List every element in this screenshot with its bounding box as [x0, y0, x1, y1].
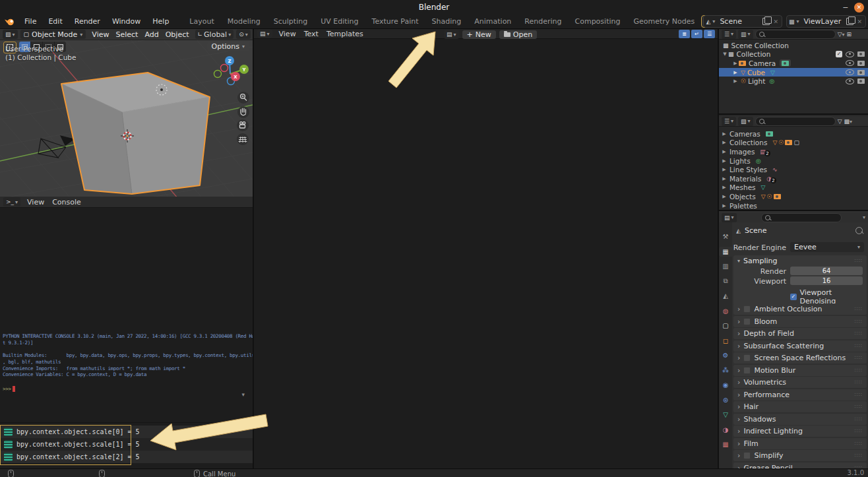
workspace-tab-sculpting[interactable]: Sculpting: [267, 15, 314, 28]
disable-render-icon[interactable]: [857, 51, 865, 57]
console-prompt[interactable]: >>>: [3, 386, 15, 392]
drag-grip-icon[interactable]: ∷∷: [855, 416, 863, 422]
menu-file[interactable]: File: [18, 16, 42, 27]
editor-type-button[interactable]: ☰▾: [722, 117, 736, 126]
scene-selector[interactable]: ◭▾ Scene ✕: [703, 15, 782, 28]
viewport-menu-view[interactable]: View: [88, 30, 112, 39]
camera-object[interactable]: [38, 136, 74, 158]
disclosure-triangle-icon[interactable]: ▶: [719, 149, 729, 154]
physics-properties-tab[interactable]: ◉: [719, 380, 732, 390]
disable-render-icon[interactable]: [857, 70, 865, 75]
viewport-menu-object[interactable]: Object: [162, 30, 193, 39]
drag-grip-icon[interactable]: ∷∷: [855, 441, 863, 447]
editor-type-button[interactable]: >_▾: [3, 197, 20, 207]
disclosure-triangle-icon[interactable]: ▼: [722, 51, 728, 57]
new-scene-icon[interactable]: [762, 18, 770, 25]
blend-file-data[interactable]: ☰▾ ▧▾ ▽ ▩▾ ▶Cameras▶Collections▽☉▢▶Image…: [719, 113, 868, 210]
texture-properties-tab[interactable]: ▦: [719, 439, 732, 449]
word-wrap-toggle[interactable]: ↵: [691, 30, 702, 38]
drag-grip-icon[interactable]: ∷∷: [855, 306, 863, 312]
open-text-button[interactable]: Open: [499, 30, 537, 39]
render-engine-dropdown[interactable]: Eevee ▾: [790, 242, 864, 252]
disable-render-icon[interactable]: [857, 79, 865, 84]
panel-ambient-occlusion[interactable]: ›Ambient Occlusion∷∷: [733, 303, 867, 315]
text-editor[interactable]: ▤▾ ViewTextTemplates ▤▾ +New Open ≣ ↵ ☰: [253, 29, 719, 468]
drag-grip-icon[interactable]: ∷∷: [855, 367, 863, 373]
blend-data-row-meshes[interactable]: ▶Meshes▽: [719, 183, 868, 193]
drag-grip-icon[interactable]: ∷∷: [855, 453, 863, 459]
workspace-tab-compositing[interactable]: Compositing: [569, 15, 627, 28]
hide-eye-icon[interactable]: [846, 79, 854, 84]
panel-depth-of-field[interactable]: ›Depth of Field∷∷: [733, 328, 867, 339]
new-view-layer-icon[interactable]: [846, 18, 853, 25]
modifiers-properties-tab[interactable]: ⚙: [719, 350, 732, 360]
info-log-row[interactable]: bpy.context.object.scale[0] = 5: [0, 426, 253, 438]
workspace-tab-texture-paint[interactable]: Texture Paint: [365, 15, 425, 28]
disclosure-triangle-icon[interactable]: ▶: [719, 167, 729, 172]
object-data-properties-tab[interactable]: ▽: [719, 410, 732, 420]
blend-data-row-collections[interactable]: ▶Collections▽☉▢: [719, 139, 868, 148]
viewport-canvas[interactable]: Z Y X: [0, 40, 253, 197]
text-menu-templates[interactable]: Templates: [323, 30, 367, 38]
outliner[interactable]: ☰▾ ▥▾ ▽▾ ⊞ ▩ Scene Collection ▼ ▩ Collec…: [719, 29, 868, 113]
camera-view-icon[interactable]: [237, 119, 249, 131]
object-properties-tab[interactable]: ◻: [719, 336, 732, 346]
cube-object[interactable]: [61, 73, 210, 194]
drag-grip-icon[interactable]: ∷∷: [855, 355, 863, 361]
checkbox-unchecked-icon[interactable]: [743, 452, 751, 459]
checkbox-unchecked-icon[interactable]: [743, 367, 751, 374]
outliner-object-row[interactable]: ▶ Camera: [719, 59, 868, 68]
disclosure-triangle-icon[interactable]: ▶: [719, 185, 729, 190]
drag-grip-icon[interactable]: ∷∷: [855, 319, 863, 325]
info-editor[interactable]: bpy.context.object.scale[0] = 5bpy.conte…: [0, 422, 253, 469]
filter-icon[interactable]: ▽▾: [838, 31, 845, 38]
orientation-dropdown[interactable]: ∟Global▾: [195, 30, 234, 39]
disclosure-triangle-icon[interactable]: ▶: [719, 194, 729, 199]
blend-data-row-line-styles[interactable]: ▶Line Styles∿: [719, 165, 868, 174]
filter-icon[interactable]: ▽: [838, 118, 842, 125]
checkbox-unchecked-icon[interactable]: [743, 354, 751, 362]
console-menu-console[interactable]: Console: [48, 198, 85, 207]
collection-row[interactable]: ▼ ▩ Collection ✓: [719, 50, 868, 59]
disclosure-triangle-icon[interactable]: ▶: [732, 79, 739, 84]
disclosure-triangle-icon[interactable]: ▶: [732, 61, 739, 66]
hide-eye-icon[interactable]: [846, 60, 854, 66]
drag-grip-icon[interactable]: ∷∷: [855, 331, 863, 336]
pan-hand-icon[interactable]: [237, 106, 249, 118]
zoom-icon[interactable]: [237, 92, 249, 104]
outliner-search[interactable]: [755, 30, 836, 39]
panel-bloom[interactable]: ›Bloom∷∷: [733, 316, 867, 327]
disable-render-icon[interactable]: [857, 61, 865, 66]
info-log-row[interactable]: bpy.context.object.scale[1] = 5: [0, 438, 253, 451]
remove-view-layer-icon[interactable]: ✕: [855, 18, 863, 25]
tool-properties-tab[interactable]: ⚒: [719, 232, 732, 241]
options-button[interactable]: Options▾: [207, 42, 249, 51]
console-menu-view[interactable]: View: [23, 198, 48, 207]
editor-type-button[interactable]: ▤▾: [257, 29, 272, 38]
drag-grip-icon[interactable]: ∷∷: [855, 404, 863, 410]
disclosure-triangle-icon[interactable]: ▶: [719, 131, 729, 137]
editor-type-button[interactable]: ☰▾: [722, 30, 736, 39]
editor-type-button[interactable]: ▤▾: [722, 213, 737, 222]
navigation-gizmo[interactable]: Z Y X: [214, 56, 249, 85]
panel-indirect-lighting[interactable]: ›Indirect Lighting∷∷: [733, 426, 867, 437]
disclosure-triangle-icon[interactable]: ▶: [719, 203, 729, 208]
pin-icon[interactable]: [855, 227, 863, 234]
text-menu-text[interactable]: Text: [300, 30, 323, 38]
viewport-menu-add[interactable]: Add: [141, 30, 162, 39]
panel-subsurface-scattering[interactable]: ›Subsurface Scattering∷∷: [733, 340, 867, 352]
workspace-tab-modeling[interactable]: Modeling: [221, 15, 267, 28]
checkbox-unchecked-icon[interactable]: [743, 305, 751, 313]
minimize-icon[interactable]: ─: [843, 3, 848, 12]
display-mode-dropdown[interactable]: ▥▾: [738, 30, 753, 39]
properties-search[interactable]: [761, 213, 842, 222]
drag-grip-icon[interactable]: ∷∷: [855, 258, 863, 264]
outliner-object-row[interactable]: ▶ ☉ Light ◎: [719, 77, 868, 86]
sampling-panel-header[interactable]: ▾ Sampling ∷∷: [733, 255, 867, 267]
output-properties-tab[interactable]: ▥: [719, 261, 732, 271]
particles-properties-tab[interactable]: ⁂: [719, 366, 732, 375]
panel-simplify[interactable]: ›Simplify∷∷: [733, 450, 867, 461]
text-datablock-dropdown[interactable]: ▤▾: [444, 30, 459, 39]
panel-shadows[interactable]: ›Shadows∷∷: [733, 414, 867, 425]
info-log-row[interactable]: bpy.context.object.scale[2] = 5: [0, 451, 253, 463]
